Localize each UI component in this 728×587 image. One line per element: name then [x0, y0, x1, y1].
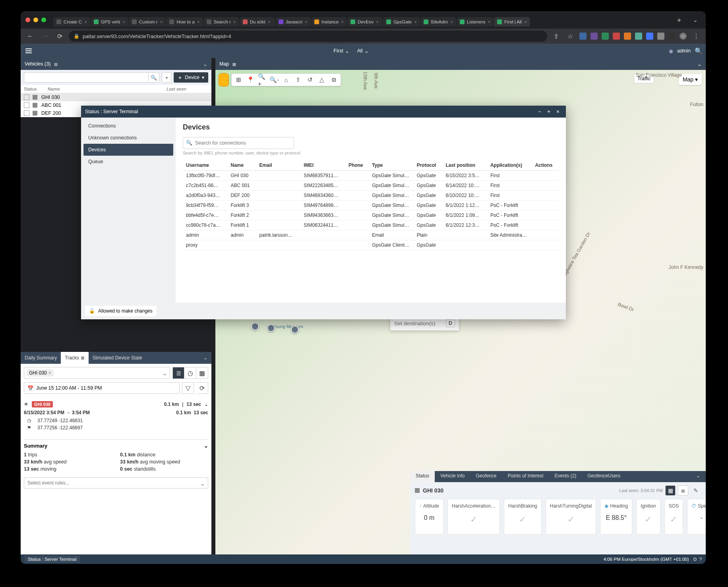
close-tab-icon[interactable]: × [414, 19, 417, 24]
table-header[interactable]: Email [256, 160, 301, 171]
triangle-icon[interactable]: △ [318, 75, 326, 84]
vehicle-marker[interactable] [267, 324, 275, 332]
chevron-down-icon[interactable]: ⌄ [697, 61, 702, 67]
close-tab-icon[interactable]: × [524, 19, 527, 24]
add-device-button[interactable]: ＋ Device ▾ [174, 72, 208, 83]
list-view-button[interactable]: ≣ [678, 485, 688, 496]
search-icon[interactable]: 🔍 [695, 47, 703, 55]
table-header[interactable]: Actions [532, 160, 559, 171]
browser-tab[interactable]: Create C× [53, 17, 91, 27]
table-row[interactable]: adminadminpatrik.larsson…EmailPlainSite … [183, 230, 559, 240]
edit-icon[interactable]: ✎ [691, 485, 701, 496]
simulator-go-button[interactable]: D [446, 319, 455, 327]
status-tab[interactable]: Points of Interest [502, 471, 549, 482]
maximize-icon[interactable]: ＋ [544, 108, 554, 115]
table-row[interactable]: cc980c78-c7a…Forklift 1SIM06324411…GpsGa… [183, 220, 559, 230]
close-tab-icon[interactable]: × [341, 19, 344, 24]
ext-icon[interactable] [613, 33, 620, 40]
checkbox[interactable] [24, 95, 29, 100]
filter-dropdown[interactable]: ▾ [162, 72, 171, 83]
remove-chip-icon[interactable]: × [48, 370, 51, 376]
card-view-button[interactable]: ▦ [665, 485, 676, 496]
browser-tab[interactable]: Du sökt× [240, 17, 275, 27]
filter-button[interactable]: ▽ [182, 382, 194, 394]
url-field[interactable]: 🔒 patlar.server93.com/VehicleTracker/Veh… [69, 31, 547, 42]
close-tab-icon[interactable]: × [268, 19, 271, 24]
table-row[interactable]: 13fbc0f0-79df…GHI 030SIM68357911…GpsGate… [183, 171, 559, 181]
event-rules-select[interactable]: ⌄ [24, 477, 208, 489]
list-view-button[interactable]: ≣ [172, 367, 184, 379]
kebab-menu-icon[interactable]: ⋮ [691, 31, 702, 42]
fullscreen-window-icon[interactable] [41, 17, 46, 22]
ext-icon[interactable] [657, 33, 664, 40]
maptype-button[interactable]: Map ▾ [679, 74, 702, 85]
notification-icon[interactable]: ⊙ [693, 556, 697, 562]
pin-icon[interactable]: 📍 [246, 75, 255, 84]
modal-nav-item[interactable]: Devices [83, 144, 173, 156]
browser-tab[interactable]: Custom r× [129, 17, 166, 27]
vehicles-panel-header[interactable]: Vehicles (3) ≣ ⌄ [21, 58, 211, 70]
zoom-out-icon[interactable]: 🔍- [270, 75, 279, 84]
table-row[interactable]: bbfe4d5f-c7e…Forklift 2SIM94363663…GpsGa… [183, 210, 559, 220]
vehicle-search-input[interactable] [24, 72, 148, 83]
browser-tab[interactable]: GpsGate× [383, 17, 420, 27]
browser-tab[interactable]: Search r× [203, 17, 240, 27]
undo-icon[interactable]: ↺ [306, 75, 314, 84]
table-header[interactable]: Last position [442, 160, 487, 171]
workspace-dropdown[interactable]: First⌄ [333, 48, 349, 54]
vehicle-marker[interactable] [251, 322, 259, 330]
pegman-icon[interactable] [219, 73, 229, 87]
close-tab-icon[interactable]: × [160, 19, 163, 24]
table-header[interactable]: Name [228, 160, 256, 171]
close-tab-icon[interactable]: × [376, 19, 379, 24]
hamburger-menu-icon[interactable] [24, 46, 33, 56]
table-row[interactable]: c7c2b451-66…ABC 001SIM22263485…GpsGate S… [183, 181, 559, 191]
close-icon[interactable]: × [554, 108, 562, 115]
chevron-down-icon[interactable]: ⌄ [203, 61, 207, 67]
close-tab-icon[interactable]: × [305, 19, 308, 24]
map-panel-header[interactable]: Map ≣ ⌄ [215, 58, 706, 70]
clock-view-button[interactable]: ◷ [184, 367, 196, 379]
close-tab-icon[interactable]: × [233, 19, 236, 24]
list-icon[interactable]: ≣ [54, 61, 58, 67]
status-tab[interactable]: Status [410, 471, 435, 482]
profile-icon[interactable] [680, 33, 687, 40]
tabs-overflow-icon[interactable]: ⌄ [690, 17, 701, 23]
tab-daily-summary[interactable]: Daily Summary [21, 352, 61, 364]
date-range-input[interactable]: 📅 June 15 12:00 AM - 11:59 PM [24, 382, 180, 394]
grid-view-button[interactable]: ▦ [196, 367, 208, 379]
status-tab[interactable]: GeofenceUsers [582, 471, 626, 482]
ext-icon[interactable] [579, 33, 587, 40]
tab-tracks[interactable]: Tracks ≣ [61, 352, 89, 364]
new-tab-button[interactable]: ＋ [672, 15, 687, 25]
table-header[interactable]: Application(s) [487, 160, 532, 171]
ext-icon[interactable] [646, 33, 653, 40]
refresh-button[interactable]: ⟳ [196, 382, 208, 394]
close-tab-icon[interactable]: × [450, 19, 453, 24]
star-icon[interactable]: ☆ [565, 31, 575, 42]
modal-nav-item[interactable]: Unknown connections [83, 132, 173, 144]
browser-tab[interactable]: GPS vehi× [91, 17, 129, 27]
browser-tab[interactable]: First | All× [494, 17, 531, 27]
browser-tab[interactable]: SiteAdm× [420, 17, 457, 27]
status-tab[interactable]: Geofence [470, 471, 502, 482]
ext-icon[interactable] [624, 33, 631, 40]
table-header[interactable]: Type [369, 160, 414, 171]
summary-header[interactable]: Summary⌄ [24, 439, 208, 449]
modal-nav-item[interactable]: Connections [83, 120, 173, 132]
grid-icon[interactable]: ⊞ [234, 75, 243, 84]
browser-tab[interactable]: Listeners× [457, 17, 494, 27]
status-tab[interactable]: Events (2) [549, 471, 582, 482]
close-tab-icon[interactable]: × [488, 19, 491, 24]
close-tab-icon[interactable]: × [122, 19, 125, 24]
browser-tab[interactable]: DevEnv× [347, 17, 383, 27]
ext-icon[interactable] [635, 33, 642, 40]
close-tab-icon[interactable]: × [197, 19, 200, 24]
browser-tab[interactable]: Javascri× [275, 17, 311, 27]
checkbox[interactable] [24, 110, 29, 116]
table-row[interactable]: proxyGpsGate Client…GpsGate [183, 240, 559, 250]
puzzle-icon[interactable] [668, 33, 676, 40]
table-header[interactable]: IMEI [300, 160, 345, 171]
share-icon[interactable]: ⇪ [551, 31, 561, 42]
event-rules-input[interactable] [24, 477, 208, 489]
